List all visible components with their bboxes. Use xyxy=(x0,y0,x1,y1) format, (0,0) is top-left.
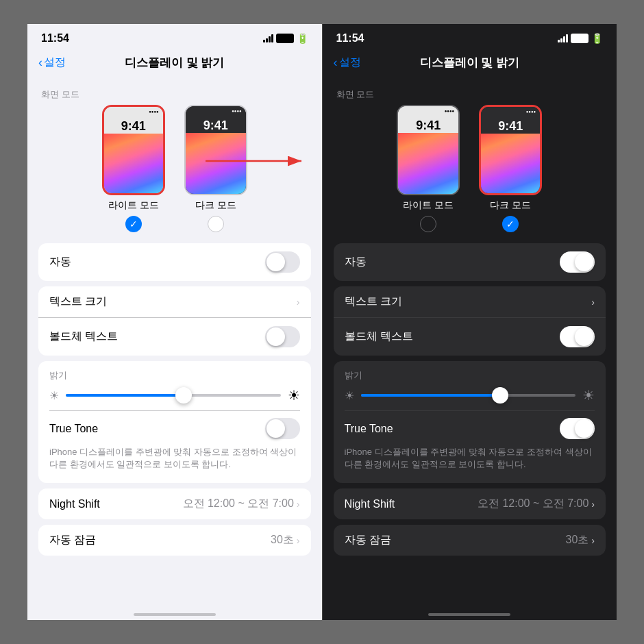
light-mode-label-in-dark: 라이트 모드 xyxy=(403,199,454,212)
auto-row-light: 자동 xyxy=(38,243,311,281)
text-size-label-dark: 텍스트 크기 xyxy=(345,295,402,309)
home-bar-dark xyxy=(428,613,510,616)
preview-wallpaper-dark xyxy=(481,134,540,195)
back-button-light[interactable]: ‹ 설정 xyxy=(38,55,66,70)
battery-icon-light: 🔋 xyxy=(297,33,308,44)
back-label-light[interactable]: 설정 xyxy=(44,55,66,70)
auto-label-dark: 자동 xyxy=(345,255,367,269)
auto-lock-time-light: 30초 xyxy=(271,533,294,547)
status-time-light: 11:54 xyxy=(41,32,69,45)
d-signal-bar-4 xyxy=(566,34,568,42)
mode-option-light-light[interactable]: ●●●● 9:41 라이트 모드 ✓ xyxy=(102,105,165,232)
bold-toggle-thumb-dark xyxy=(575,327,593,346)
night-shift-label-dark: Night Shift xyxy=(345,498,395,510)
brightness-section-dark: 밝기 ☀ ☀ True Tone iPhone 디스플레이를 주변광에 맞춰 자… xyxy=(334,361,606,483)
auto-row-dark: 자동 xyxy=(334,243,606,281)
brightness-track-dark[interactable] xyxy=(361,394,576,397)
night-shift-value-light: 오전 12:00 ~ 오전 7:00 › xyxy=(183,497,300,511)
nav-bar-light: ‹ 설정 디스플레이 및 밝기 xyxy=(27,49,322,79)
bold-row-dark: 볼드체 텍스트 xyxy=(334,317,606,356)
lock-group-light: 자동 잠금 30초 › xyxy=(38,525,311,556)
signal-bar-1 xyxy=(263,40,265,42)
checkmark-icon: ✓ xyxy=(129,219,138,230)
lock-chevron-light: › xyxy=(297,535,300,546)
brightness-thumb-light[interactable] xyxy=(175,387,192,404)
auto-toggle-thumb-dark xyxy=(575,253,593,271)
auto-group-dark: 자동 xyxy=(334,243,606,281)
dark-mode-panel: 11:54 LTE 🔋 ‹ 설정 디스플레이 및 밝기 xyxy=(323,24,617,620)
night-group-dark: Night Shift 오전 12:00 ~ 오전 7:00 › xyxy=(334,488,606,519)
mode-selector-light: ●●●● 9:41 라이트 모드 ✓ xyxy=(27,105,322,238)
nav-title-dark: 디스플레이 및 밝기 xyxy=(420,55,519,71)
auto-toggle-dark[interactable] xyxy=(560,251,595,273)
auto-lock-value-dark: 30초 › xyxy=(566,533,595,547)
light-mode-radio-in-dark[interactable] xyxy=(420,216,436,232)
auto-group-light: 자동 xyxy=(38,243,311,281)
dark-mode-preview-selected: ●●●● 9:41 xyxy=(479,105,542,195)
auto-lock-time-dark: 30초 xyxy=(566,533,589,547)
true-tone-row-light: True Tone xyxy=(49,410,300,442)
night-shift-row-dark[interactable]: Night Shift 오전 12:00 ~ 오전 7:00 › xyxy=(334,488,606,519)
back-button-dark[interactable]: ‹ 설정 xyxy=(334,55,361,70)
true-tone-toggle-dark[interactable] xyxy=(560,418,595,439)
d-signal-bar-1 xyxy=(558,40,560,42)
signal-bar-3 xyxy=(269,36,271,42)
back-label-dark[interactable]: 설정 xyxy=(339,55,361,70)
auto-label-light: 자동 xyxy=(49,255,71,269)
night-shift-label-light: Night Shift xyxy=(49,498,100,510)
auto-lock-label-dark: 자동 잠금 xyxy=(345,533,391,547)
brightness-thumb-dark[interactable] xyxy=(492,387,508,404)
brightness-label-dark: 밝기 xyxy=(345,369,595,387)
bold-toggle-thumb-light xyxy=(267,327,285,346)
brightness-label-light: 밝기 xyxy=(49,369,300,387)
status-bar-light: 11:54 LTE 🔋 xyxy=(27,24,322,49)
lock-chevron-dark: › xyxy=(591,535,595,546)
back-chevron-light: ‹ xyxy=(38,55,42,70)
dark-mode-radio-unselected[interactable] xyxy=(208,216,224,232)
bold-row-light: 볼드체 텍스트 xyxy=(38,317,311,356)
preview-wallpaper-light-in-dark xyxy=(398,133,458,195)
night-shift-value-dark: 오전 12:00 ~ 오전 7:00 › xyxy=(478,497,595,511)
true-tone-desc-dark: iPhone 디스플레이를 주변광에 맞춰 자동으로 조정하여 색상이 다른 환… xyxy=(345,442,595,475)
lock-group-dark: 자동 잠금 30초 › xyxy=(334,525,606,556)
preview-time-dark: 9:41 xyxy=(481,116,540,134)
night-shift-row-light[interactable]: Night Shift 오전 12:00 ~ 오전 7:00 › xyxy=(38,488,311,519)
bold-label-dark: 볼드체 텍스트 xyxy=(345,330,413,344)
bold-toggle-light[interactable] xyxy=(265,326,300,347)
back-chevron-dark: ‹ xyxy=(334,55,338,70)
light-mode-radio-selected[interactable]: ✓ xyxy=(125,216,142,232)
light-mode-panel: 11:54 LTE 🔋 ‹ 설정 디스플레이 및 밝기 xyxy=(27,24,322,620)
text-group-light: 텍스트 크기 › 볼드체 텍스트 xyxy=(38,286,311,356)
bold-label-light: 볼드체 텍스트 xyxy=(49,330,118,344)
preview-wallpaper-dark-in-light xyxy=(186,133,246,195)
dark-mode-radio-selected[interactable]: ✓ xyxy=(502,216,519,232)
auto-toggle-light[interactable] xyxy=(265,251,300,273)
text-size-row-light[interactable]: 텍스트 크기 › xyxy=(38,286,311,317)
signal-bar-2 xyxy=(266,38,268,42)
brightness-row-dark: ☀ ☀ xyxy=(345,387,595,404)
dark-mode-label-dark: 다크 모드 xyxy=(490,199,531,212)
status-time-dark: 11:54 xyxy=(336,32,364,45)
brightness-track-light[interactable] xyxy=(66,394,281,397)
text-size-value-dark: › xyxy=(591,297,595,308)
true-tone-label-light: True Tone xyxy=(49,423,98,435)
dark-mode-preview-wrapper: ●●●● 9:41 xyxy=(479,105,542,195)
dark-mode-label-in-light: 다크 모드 xyxy=(195,199,236,212)
true-tone-toggle-light[interactable] xyxy=(265,418,300,439)
mode-option-light-dark[interactable]: ●●●● 9:41 라이트 모드 xyxy=(397,105,460,232)
sun-small-icon-dark: ☀ xyxy=(345,389,354,402)
home-bar-light xyxy=(134,613,216,616)
text-size-row-dark[interactable]: 텍스트 크기 › xyxy=(334,286,606,317)
light-mode-label: 라이트 모드 xyxy=(108,199,159,212)
bold-toggle-dark[interactable] xyxy=(560,326,595,347)
auto-lock-row-light[interactable]: 자동 잠금 30초 › xyxy=(38,525,311,556)
brightness-fill-light xyxy=(66,394,184,397)
text-group-dark: 텍스트 크기 › 볼드체 텍스트 xyxy=(334,286,606,356)
lte-label-light: LTE xyxy=(276,34,294,43)
auto-lock-row-dark[interactable]: 자동 잠금 30초 › xyxy=(334,525,606,556)
brightness-fill-dark xyxy=(361,394,501,397)
brightness-row-light: ☀ ☀ xyxy=(49,387,300,404)
mode-option-dark-dark[interactable]: ●●●● 9:41 다크 모드 ✓ xyxy=(479,105,542,232)
mode-option-dark-light[interactable]: ●●●● 9:41 다크 모드 xyxy=(184,105,247,232)
text-size-label-light: 텍스트 크기 xyxy=(49,295,107,309)
